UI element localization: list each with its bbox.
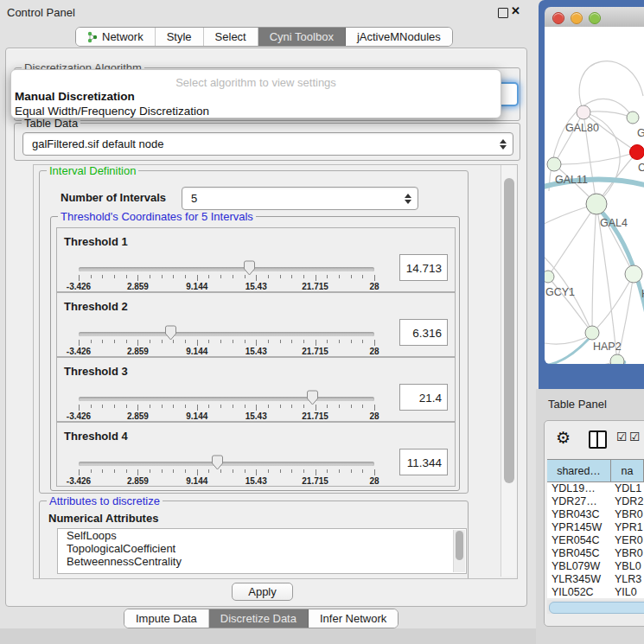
threshold-3-slider[interactable]: -3.4262.8599.14415.4321.71528 [57, 358, 455, 421]
numerical-attributes-label: Numerical Attributes [48, 512, 158, 525]
network-icon [87, 31, 98, 43]
threshold-1-slider[interactable]: -3.4262.8599.14415.4321.71528 [57, 228, 455, 291]
network-view[interactable]: GAL80 GA C GAL11 GAL4 GCY1 H HAP2 [545, 27, 644, 364]
threshold-2-row: Threshold 2 -3.4262.8599.14415.4321.7152… [56, 292, 456, 357]
tab-select[interactable]: Select [204, 28, 258, 46]
checkbox-icon[interactable]: ☑ [629, 430, 641, 443]
column-header-name[interactable]: na [611, 460, 644, 481]
node-label: HAP2 [593, 341, 622, 353]
number-of-intervals-value: 5 [182, 192, 402, 205]
number-of-intervals-label: Number of Intervals [61, 191, 166, 204]
threshold-2-value-field[interactable]: 6.316 [399, 319, 448, 346]
thresholds-group: Threshold's Coordinates for 5 Intervals … [50, 216, 460, 491]
node-gal11[interactable] [547, 157, 561, 171]
table-row[interactable]: YBL079WYBL0 [547, 560, 644, 573]
tab-cyni-toolbox[interactable]: Cyni Toolbox [258, 28, 346, 46]
tab-discretize-data[interactable]: Discretize Data [209, 609, 309, 628]
threshold-1-row: Threshold 1 -3.4262.8599.14415.4321.7152… [56, 227, 456, 292]
threshold-3-value-field[interactable]: 21.4 [399, 384, 448, 411]
attributes-group: Attributes to discretize Numerical Attri… [39, 501, 469, 579]
bottom-tab-bar: Impute Data Discretize Data Infer Networ… [124, 609, 399, 628]
table-row[interactable]: YDR27…YDR2 [547, 495, 644, 508]
table-horizontal-scrollbar[interactable] [547, 600, 644, 614]
list-scrollbar[interactable] [453, 530, 465, 572]
threshold-2-slider[interactable]: -3.4262.8599.14415.4321.71528 [57, 293, 455, 356]
slider-thumb[interactable] [164, 325, 177, 341]
table-data-combobox[interactable]: galFiltered.sif default node [22, 132, 513, 156]
minimize-window-icon[interactable] [571, 12, 583, 24]
node-gcy1[interactable] [545, 271, 554, 283]
close-window-icon[interactable] [552, 12, 564, 24]
table-row[interactable]: YBR043CYBR0 [547, 508, 644, 521]
slider-thumb[interactable] [211, 455, 224, 470]
algorithm-popup-hint: Select algorithm to view settings [11, 70, 501, 89]
gear-icon[interactable]: ⚙ [556, 428, 571, 448]
scrollbar-thumb[interactable] [549, 602, 644, 614]
attributes-title: Attributes to discretize [47, 494, 163, 507]
list-item[interactable]: TopologicalCoefficient [58, 542, 466, 555]
thresholds-title: Threshold's Coordinates for 5 Intervals [58, 210, 256, 223]
node-table: shared… na YDL19…YDL1 YDR27…YDR2 YBR043C… [547, 459, 644, 598]
zoom-window-icon[interactable] [589, 12, 601, 24]
settings-scrollpane: Interval Definition Number of Intervals … [33, 164, 518, 579]
tab-infer-network[interactable]: Infer Network [309, 609, 398, 628]
close-panel-icon[interactable]: ✕ [511, 4, 520, 17]
interval-definition-group: Interval Definition Number of Intervals … [39, 170, 469, 494]
node-label: GAL80 [565, 122, 599, 134]
tab-impute-data[interactable]: Impute Data [124, 609, 209, 628]
top-tab-bar: Network Style Select Cyni Toolbox jActiv… [75, 27, 453, 47]
numerical-attributes-list[interactable]: SelfLoops TopologicalCoefficient Between… [57, 528, 467, 574]
table-row[interactable]: YIL052CYIL0 [547, 586, 644, 599]
table-row[interactable]: YBR045CYBR0 [547, 547, 644, 560]
tab-network[interactable]: Network [76, 28, 156, 46]
node-partial-h[interactable] [625, 265, 642, 283]
tab-style[interactable]: Style [156, 28, 204, 46]
algorithm-option-equal-width[interactable]: Equal Width/Frequency Discretization [11, 104, 501, 118]
column-header-shared-name[interactable]: shared… [547, 460, 611, 481]
algorithm-option-manual[interactable]: Manual Discretization [11, 89, 501, 104]
list-item[interactable]: SelfLoops [58, 529, 466, 542]
node-gal80[interactable] [577, 105, 590, 119]
node-label: GAL4 [600, 217, 628, 229]
checkbox-icon[interactable]: ☑ [616, 430, 628, 443]
number-of-intervals-combobox[interactable]: 5 [182, 187, 418, 210]
table-row[interactable]: YDL19…YDL1 [547, 482, 644, 495]
node-gal4[interactable] [586, 194, 607, 214]
table-panel-title: Table Panel [548, 398, 607, 411]
table-header-row: shared… na [547, 459, 644, 482]
threshold-1-value-field[interactable]: 14.713 [399, 254, 448, 281]
node-selected-red[interactable] [630, 145, 644, 160]
node-partial-ga[interactable] [627, 112, 639, 124]
node-label: GA [637, 127, 644, 139]
list-item[interactable]: BetweennessCentrality [58, 555, 466, 568]
network-window-titlebar[interactable] [545, 7, 644, 28]
split-columns-icon[interactable] [589, 430, 607, 449]
table-data-value: galFiltered.sif default node [23, 137, 497, 150]
threshold-3-row: Threshold 3 -3.4262.8599.14415.4321.7152… [56, 357, 456, 422]
algorithm-dropdown-popup: Select algorithm to view settings Manual… [10, 69, 501, 118]
bottom-strip [0, 628, 536, 644]
node-bottom-partial[interactable] [610, 354, 624, 364]
node-label: GAL11 [555, 174, 588, 186]
threshold-4-row: Threshold 4 -3.4262.8599.14415.4321.7152… [56, 422, 456, 487]
table-row[interactable]: YER054CYER0 [547, 534, 644, 547]
interval-definition-title: Interval Definition [47, 164, 138, 177]
slider-thumb[interactable] [306, 390, 319, 405]
table-row[interactable]: YPR145WYPR1 [547, 521, 644, 534]
stepper-icon [497, 139, 509, 150]
screen: Control Panel ✕ Network Style Select Cyn… [0, 0, 644, 644]
apply-button[interactable]: Apply [232, 583, 293, 601]
slider-thumb[interactable] [243, 260, 256, 276]
panel-title: Control Panel [7, 6, 75, 19]
node-hap2[interactable] [585, 326, 599, 340]
float-panel-icon[interactable] [498, 8, 508, 18]
threshold-4-value-field[interactable]: 11.344 [399, 449, 448, 475]
stepper-icon [402, 194, 414, 204]
threshold-4-slider[interactable]: -3.4262.8599.14415.4321.71528 [57, 423, 455, 486]
scrollbar-thumb[interactable] [504, 178, 514, 483]
node-label: C [638, 162, 644, 174]
table-row[interactable]: YLR345WYLR3 [547, 573, 644, 586]
node-label: GCY1 [545, 286, 575, 298]
tab-jactivemnodules[interactable]: jActiveMNodules [346, 28, 452, 46]
main-scrollbar[interactable] [501, 165, 517, 577]
